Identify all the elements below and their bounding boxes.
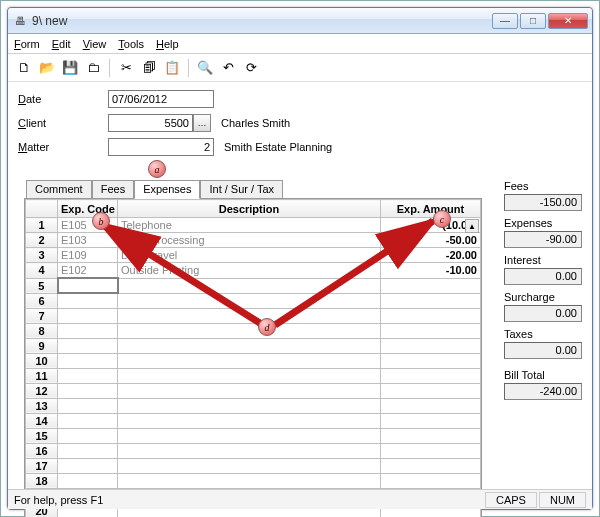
col-header-amount[interactable]: Exp. Amount [381,200,481,218]
row-header[interactable]: 14 [26,413,58,428]
cell-amount[interactable]: -10.00 [381,263,481,279]
cell-code[interactable]: E102 [58,263,118,279]
menu-form[interactable]: Form [14,38,40,50]
table-row[interactable]: 9 [26,338,481,353]
row-header[interactable]: 16 [26,443,58,458]
row-header[interactable]: 11 [26,368,58,383]
cell-code[interactable] [58,458,118,473]
row-header[interactable]: 2 [26,233,58,248]
table-row[interactable]: 14 [26,413,481,428]
cell-desc[interactable] [118,383,381,398]
undo-icon[interactable]: ↶ [218,58,238,78]
cell-amount[interactable] [381,458,481,473]
cell-amount[interactable] [381,443,481,458]
row-header[interactable]: 9 [26,338,58,353]
table-row[interactable]: 18 [26,473,481,488]
tab-expenses[interactable]: Expenses [134,180,200,199]
menu-tools[interactable]: Tools [118,38,144,50]
table-row[interactable]: 12 [26,383,481,398]
cell-desc[interactable] [118,368,381,383]
cell-amount[interactable] [381,368,481,383]
cell-code[interactable] [58,323,118,338]
cell-desc[interactable]: Outside Printing [118,263,381,279]
row-header[interactable]: 7 [26,308,58,323]
row-header[interactable]: 12 [26,383,58,398]
col-header-code[interactable]: Exp. Code [58,200,118,218]
cell-code[interactable] [58,353,118,368]
row-header[interactable]: 3 [26,248,58,263]
cell-code[interactable] [58,413,118,428]
client-lookup-button[interactable]: … [193,114,211,132]
cell-code[interactable] [58,278,118,293]
row-header[interactable]: 6 [26,293,58,308]
cell-code[interactable]: E109 [58,248,118,263]
table-row[interactable]: 13 [26,398,481,413]
cell-code[interactable] [58,398,118,413]
cell-desc[interactable] [118,353,381,368]
titlebar[interactable]: 🖶 9\ new — □ ✕ [8,8,592,34]
cell-desc[interactable] [118,308,381,323]
table-row[interactable]: 11 [26,368,481,383]
cell-code[interactable] [58,368,118,383]
cell-desc[interactable] [118,323,381,338]
cell-code[interactable] [58,308,118,323]
cell-code[interactable] [58,293,118,308]
cell-amount[interactable]: -50.00 [381,233,481,248]
table-row[interactable]: 16 [26,443,481,458]
menu-edit[interactable]: Edit [52,38,71,50]
cell-amount[interactable] [381,278,481,293]
cell-amount[interactable] [381,308,481,323]
menu-view[interactable]: View [83,38,107,50]
cell-desc[interactable] [118,293,381,308]
cell-desc[interactable] [118,338,381,353]
cell-amount[interactable] [381,413,481,428]
cell-desc[interactable] [118,443,381,458]
cell-amount[interactable] [381,338,481,353]
close-button[interactable]: ✕ [548,13,588,29]
row-header[interactable]: 1 [26,218,58,233]
row-header[interactable]: 17 [26,458,58,473]
cell-amount[interactable] [381,398,481,413]
col-header-desc[interactable]: Description [118,200,381,218]
cell-amount[interactable] [381,428,481,443]
cell-desc[interactable] [118,398,381,413]
cell-desc[interactable] [118,458,381,473]
expense-grid[interactable]: Exp. Code Description Exp. Amount 1E105T… [25,199,481,517]
maximize-button[interactable]: □ [520,13,546,29]
table-row[interactable]: 10 [26,353,481,368]
cut-icon[interactable]: ✂ [116,58,136,78]
row-header[interactable]: 8 [26,323,58,338]
cell-code[interactable] [58,383,118,398]
save-icon[interactable]: 💾 [60,58,80,78]
tab-int-sur-tax[interactable]: Int / Sur / Tax [200,180,283,199]
table-row[interactable]: 5 [26,278,481,293]
scroll-up-icon[interactable]: ▲ [465,219,479,233]
table-row[interactable]: 7 [26,308,481,323]
date-field[interactable] [108,90,214,108]
minimize-button[interactable]: — [492,13,518,29]
table-row[interactable]: 6 [26,293,481,308]
cell-desc[interactable] [118,413,381,428]
row-header[interactable]: 15 [26,428,58,443]
cell-amount[interactable] [381,293,481,308]
matter-field[interactable] [108,138,214,156]
table-row[interactable]: 15 [26,428,481,443]
folder-icon[interactable]: 🗀 [83,58,103,78]
cell-desc[interactable] [118,473,381,488]
cell-desc[interactable] [118,278,381,293]
client-field[interactable] [108,114,193,132]
cell-amount[interactable] [381,353,481,368]
refresh-icon[interactable]: ⟳ [241,58,261,78]
cell-amount[interactable] [381,383,481,398]
cell-desc[interactable] [118,428,381,443]
cell-code[interactable] [58,473,118,488]
row-header[interactable]: 5 [26,278,58,293]
cell-desc[interactable]: Word Processing [118,233,381,248]
row-header[interactable]: 10 [26,353,58,368]
find-icon[interactable]: 🔍 [195,58,215,78]
cell-desc[interactable]: Local travel [118,248,381,263]
table-row[interactable]: 4E102Outside Printing-10.00 [26,263,481,279]
row-header[interactable]: 18 [26,473,58,488]
table-row[interactable]: 17 [26,458,481,473]
cell-amount[interactable] [381,323,481,338]
